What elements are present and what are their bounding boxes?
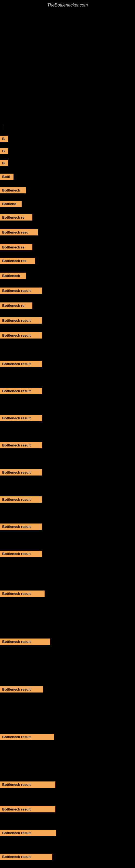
bottleneck-item-13: Bottleneck re [0, 303, 32, 309]
bottleneck-item-14: Bottleneck result [0, 317, 42, 323]
bottleneck-item-9: Bottleneck re [0, 244, 32, 250]
bottleneck-item-30: Bottleneck result [0, 830, 56, 836]
bottleneck-item-4: Bottl [0, 174, 13, 180]
bottleneck-item-11: Bottleneck [0, 273, 26, 279]
bottleneck-item-6: Bottlene [0, 201, 21, 207]
header-area: TheBottlenecker.com [0, 0, 135, 125]
bottleneck-item-1: B [0, 135, 8, 142]
bottleneck-item-16: Bottleneck result [0, 361, 42, 367]
bottleneck-item-19: Bottleneck result [0, 442, 42, 448]
bottleneck-item-23: Bottleneck result [0, 551, 42, 557]
bottleneck-item-15: Bottleneck result [0, 332, 42, 339]
bottleneck-item-10: Bottleneck res [0, 258, 35, 264]
bottleneck-item-20: Bottleneck result [0, 469, 42, 475]
site-title: TheBottlenecker.com [0, 0, 135, 9]
bottleneck-item-18: Bottleneck result [0, 415, 42, 421]
bottleneck-item-7: Bottleneck re [0, 214, 32, 220]
bottleneck-item-8: Bottleneck resu [0, 229, 38, 236]
bottleneck-item-27: Bottleneck result [0, 734, 54, 740]
bottleneck-item-2: B [0, 148, 8, 154]
bottleneck-item-21: Bottleneck result [0, 496, 42, 503]
bottleneck-item-29: Bottleneck result [0, 806, 55, 812]
bottleneck-item-28: Bottleneck result [0, 781, 55, 788]
bottleneck-item-5: Bottleneck [0, 187, 26, 193]
cursor-line [3, 125, 3, 130]
bottleneck-item-26: Bottleneck result [0, 686, 43, 692]
bottleneck-item-25: Bottleneck result [0, 639, 50, 645]
bottleneck-item-3: B [0, 160, 8, 166]
bottleneck-item-17: Bottleneck result [0, 388, 42, 394]
bottleneck-item-22: Bottleneck result [0, 524, 42, 530]
bottleneck-item-31: Bottleneck result [0, 854, 52, 860]
bottleneck-item-12: Bottleneck result [0, 287, 42, 294]
bottleneck-item-24: Bottleneck result [0, 590, 45, 597]
